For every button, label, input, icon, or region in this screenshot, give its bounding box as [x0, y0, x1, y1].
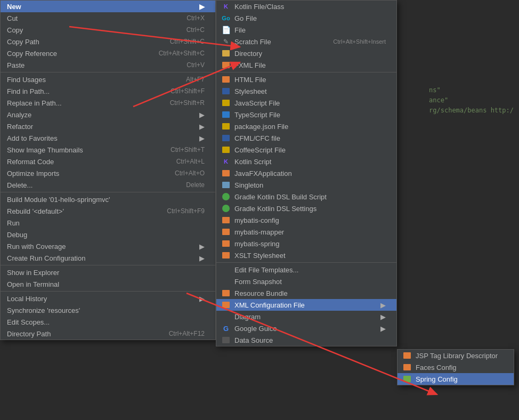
editor-content: ns" ance" rg/schema/beans http:/ — [429, 85, 514, 116]
kotlin-icon: K — [221, 2, 231, 11]
submenu-item-kotlin-script[interactable]: K Kotlin Script — [216, 156, 396, 167]
faces-icon — [402, 363, 412, 371]
context-menu: New ▶ Cut Ctrl+X Copy Ctrl+C Copy Path C… — [0, 0, 216, 340]
submenu-item-cfml[interactable]: CFML/CFC file — [216, 132, 396, 144]
submenu-item-scratch[interactable]: ✎ Scratch File Ctrl+Alt+Shift+Insert — [216, 36, 396, 47]
menu-item-cut[interactable]: Cut Ctrl+X — [1, 12, 215, 24]
menu-item-reformat[interactable]: Reformat Code Ctrl+Alt+L — [1, 156, 215, 167]
menu-item-run[interactable]: Run — [1, 217, 215, 229]
gradle-build-icon — [221, 192, 231, 201]
menu-item-directory-path[interactable]: Directory Path Ctrl+Alt+F12 — [1, 328, 215, 340]
cfml-icon — [221, 134, 231, 142]
menu-item-copy-reference[interactable]: Copy Reference Ctrl+Alt+Shift+C — [1, 47, 215, 59]
separator-2 — [1, 192, 215, 192]
edit-templates-icon — [221, 265, 231, 274]
sub-separator-2 — [216, 262, 396, 263]
xslt-icon — [221, 251, 231, 260]
singleton-icon — [221, 181, 231, 189]
submenu-item-fxml[interactable]: FXML File — [216, 59, 396, 71]
menu-item-analyze[interactable]: Analyze ▶ — [1, 109, 215, 120]
submenu-item-mybatis-mapper[interactable]: mybatis-mapper — [216, 226, 396, 238]
jsp-label: JSP Tag Library Descriptor — [416, 352, 498, 360]
submenu-new: K Kotlin File/Class Go Go File 📄 File ✎ … — [216, 0, 397, 346]
mybatis-config-icon — [221, 216, 231, 224]
menu-item-run-coverage[interactable]: Run with Coverage ▶ — [1, 240, 215, 252]
submenu-item-file[interactable]: 📄 File — [216, 24, 396, 36]
menu-item-copy[interactable]: Copy Ctrl+C — [1, 24, 215, 36]
google-guice-icon: G — [221, 324, 231, 333]
submenu-item-xml-config[interactable]: XML Configuration File ▶ — [216, 299, 396, 311]
menu-header-label: New — [7, 3, 21, 11]
sub-submenu-item-faces[interactable]: Faces Config — [398, 361, 514, 373]
sub-separator-1 — [216, 72, 396, 72]
menu-item-paste[interactable]: Paste Ctrl+V — [1, 59, 215, 71]
sub-submenu-item-spring[interactable]: Spring Config — [398, 373, 514, 385]
menu-item-rebuild[interactable]: Rebuild '<default>' Ctrl+Shift+F9 — [1, 205, 215, 217]
submenu-item-css[interactable]: Stylesheet — [216, 85, 396, 97]
faces-label: Faces Config — [416, 364, 457, 371]
menu-item-copy-path[interactable]: Copy Path Ctrl+Shift+C — [1, 36, 215, 47]
submenu-item-directory[interactable]: Directory — [216, 47, 396, 59]
menu-item-find-usages[interactable]: Find Usages Alt+F7 — [1, 74, 215, 85]
menu-item-delete[interactable]: Delete... Delete — [1, 179, 215, 191]
submenu-item-javafx[interactable]: JavaFXApplication — [216, 167, 396, 179]
sub-submenu-xml: JSP Tag Library Descriptor Faces Config … — [397, 349, 514, 385]
jsp-icon — [402, 351, 412, 360]
menu-item-edit-scopes[interactable]: Edit Scopes... — [1, 316, 215, 328]
submenu-item-html[interactable]: HTML File — [216, 74, 396, 85]
sub-submenu-item-jsp[interactable]: JSP Tag Library Descriptor — [398, 350, 514, 361]
css-icon — [221, 87, 231, 95]
submenu-item-kotlin[interactable]: K Kotlin File/Class — [216, 1, 396, 12]
submenu-item-mybatis-spring[interactable]: mybatis-spring — [216, 238, 396, 249]
resource-bundle-icon — [221, 289, 231, 297]
submenu-item-data-source[interactable]: Data Source — [216, 334, 396, 346]
submenu-item-gradle-settings[interactable]: Gradle Kotlin DSL Settings — [216, 203, 396, 214]
coffee-icon — [221, 146, 231, 154]
gradle-settings-icon — [221, 204, 231, 213]
menu-item-replace-in-path[interactable]: Replace in Path... Ctrl+Shift+R — [1, 97, 215, 109]
scratch-icon: ✎ — [221, 37, 231, 46]
spring-icon — [402, 375, 412, 383]
fxml-icon — [221, 61, 231, 69]
javafx-icon — [221, 169, 231, 177]
js-icon — [221, 99, 231, 107]
submenu-item-coffee[interactable]: CoffeeScript File — [216, 144, 396, 156]
submenu-item-google-guice[interactable]: G Google Guice ▶ — [216, 322, 396, 334]
xml-config-icon — [221, 301, 231, 309]
submenu-item-singleton[interactable]: Singleton — [216, 179, 396, 191]
menu-item-refactor[interactable]: Refactor ▶ — [1, 120, 215, 132]
menu-item-debug[interactable]: Debug — [1, 229, 215, 240]
submenu-item-diagram[interactable]: Diagram ▶ — [216, 311, 396, 322]
html-icon — [221, 75, 231, 84]
menu-item-show-explorer[interactable]: Show in Explorer — [1, 266, 215, 278]
submenu-item-xslt[interactable]: XSLT Stylesheet — [216, 249, 396, 261]
menu-item-add-favorites[interactable]: Add to Favorites ▶ — [1, 132, 215, 144]
menu-item-optimize-imports[interactable]: Optimize Imports Ctrl+Alt+O — [1, 167, 215, 179]
directory-icon — [221, 49, 231, 58]
submenu-item-ts[interactable]: TypeScript File — [216, 109, 396, 120]
menu-item-open-terminal[interactable]: Open in Terminal — [1, 278, 215, 290]
submenu-item-gradle-build[interactable]: Gradle Kotlin DSL Build Script — [216, 191, 396, 203]
submenu-item-mybatis-config[interactable]: mybatis-config — [216, 214, 396, 226]
menu-header-new[interactable]: New ▶ — [1, 1, 215, 12]
menu-item-show-thumbnails[interactable]: Show Image Thumbnails Ctrl+Shift+T — [1, 144, 215, 156]
submenu-item-go[interactable]: Go Go File — [216, 12, 396, 24]
separator-1 — [1, 72, 215, 72]
kotlin-script-icon: K — [221, 157, 231, 166]
submenu-item-form-snapshot[interactable]: Form Snapshot — [216, 276, 396, 287]
menu-item-find-in-path[interactable]: Find in Path... Ctrl+Shift+F — [1, 85, 215, 97]
menu-header-arrow: ▶ — [199, 3, 205, 11]
ts-icon — [221, 110, 231, 119]
submenu-item-js[interactable]: JavaScript File — [216, 97, 396, 109]
menu-item-build-module[interactable]: Build Module '01-hello-springmvc' — [1, 193, 215, 205]
submenu-item-edit-templates[interactable]: Edit File Templates... — [216, 264, 396, 276]
submenu-item-resource-bundle[interactable]: Resource Bundle — [216, 287, 396, 299]
diagram-icon — [221, 312, 231, 321]
menu-item-synchronize[interactable]: Synchronize 'resources' — [1, 304, 215, 316]
separator-3 — [1, 265, 215, 265]
go-icon: Go — [221, 14, 231, 22]
submenu-item-json[interactable]: package.json File — [216, 120, 396, 132]
menu-item-local-history[interactable]: Local History ▶ — [1, 293, 215, 304]
form-snapshot-icon — [221, 277, 231, 286]
menu-item-create-run-config[interactable]: Create Run Configuration ▶ — [1, 252, 215, 264]
